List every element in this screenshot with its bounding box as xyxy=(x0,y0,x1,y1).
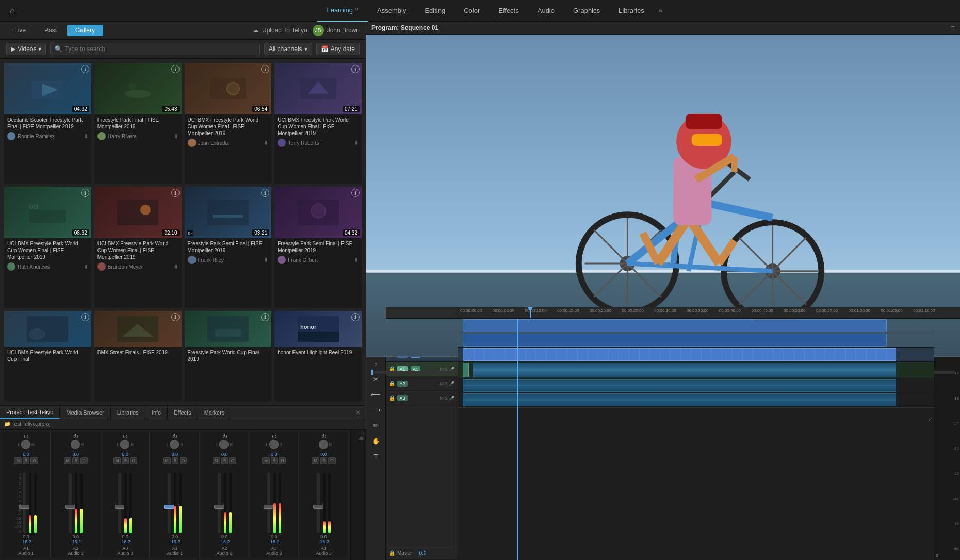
tab-media-browser[interactable]: Media Browser xyxy=(60,406,110,419)
channel-knob[interactable] xyxy=(120,440,129,449)
mute-button[interactable]: M xyxy=(14,457,22,464)
fader-handle[interactable] xyxy=(214,505,224,509)
channel-knob[interactable] xyxy=(21,440,30,449)
mute-button[interactable]: M xyxy=(262,457,270,464)
mute-icon[interactable]: M xyxy=(440,396,444,401)
pen-tool[interactable]: ✏ xyxy=(369,419,383,432)
download-icon[interactable]: ⬇ xyxy=(354,140,359,146)
channel-knob[interactable] xyxy=(170,440,179,449)
mute-button[interactable]: M xyxy=(163,457,171,464)
info-icon[interactable]: ℹ xyxy=(171,65,180,73)
list-item[interactable]: 07:21 ℹ UCI BMX Freestyle Park World Cup… xyxy=(274,63,362,184)
lock-icon[interactable]: 🔒 xyxy=(389,381,395,386)
monitor-menu-icon[interactable]: ≡ xyxy=(951,24,955,32)
fader-handle[interactable] xyxy=(264,505,274,509)
tab-live[interactable]: Live xyxy=(6,25,34,36)
solo-button[interactable]: S xyxy=(320,457,327,464)
nav-item-graphics[interactable]: Graphics xyxy=(564,0,609,22)
list-item[interactable]: 04:32 ℹ Freestyle Park Semi Final | FISE… xyxy=(274,187,362,307)
user-button[interactable]: JB John Brown xyxy=(313,25,360,36)
list-item[interactable]: 03:21 ℹ ▷ Freestyle Park Semi Final | FI… xyxy=(185,187,272,307)
audio-clip-a1[interactable] xyxy=(473,363,896,377)
hand-tool[interactable]: ✋ xyxy=(369,434,383,448)
list-item[interactable]: 02:10 ℹ UCI BMX Freestyle Park World Cup… xyxy=(94,187,182,307)
download-icon[interactable]: ⬇ xyxy=(264,257,268,263)
mute-button[interactable]: M xyxy=(312,457,319,464)
fader-track[interactable] xyxy=(267,473,270,533)
mute-button[interactable]: M xyxy=(113,457,121,464)
download-icon[interactable]: ⬇ xyxy=(264,140,268,146)
slip-tool[interactable]: ⟵ xyxy=(369,388,383,401)
output-button[interactable]: O xyxy=(30,457,38,464)
fader-handle[interactable] xyxy=(19,505,29,509)
fader-handle[interactable] xyxy=(115,505,125,509)
nav-item-libraries[interactable]: Libraries xyxy=(609,0,654,22)
channel-knob[interactable] xyxy=(269,440,279,449)
lock-icon[interactable]: 🔒 xyxy=(389,395,395,401)
download-icon[interactable]: ⬇ xyxy=(174,263,178,270)
nav-item-color[interactable]: Color xyxy=(454,0,489,22)
fader-handle[interactable] xyxy=(65,505,75,509)
fader-track[interactable] xyxy=(168,473,171,533)
info-icon[interactable]: ℹ xyxy=(81,65,89,73)
info-icon[interactable]: ℹ xyxy=(351,65,360,73)
tab-libraries[interactable]: Libraries xyxy=(111,406,145,419)
tab-effects[interactable]: Effects xyxy=(168,406,198,419)
mute-button[interactable]: M xyxy=(64,457,72,464)
slide-tool[interactable]: ⟶ xyxy=(369,403,383,417)
nav-item-audio[interactable]: Audio xyxy=(528,0,564,22)
info-icon[interactable]: ℹ xyxy=(171,313,180,321)
mic-icon[interactable]: 🎤 xyxy=(449,381,454,386)
fader-track[interactable] xyxy=(118,473,121,533)
fader-handle[interactable] xyxy=(164,505,174,509)
info-icon[interactable]: ℹ xyxy=(81,189,89,197)
fader-handle[interactable] xyxy=(313,505,323,509)
tab-past[interactable]: Past xyxy=(36,25,65,36)
download-icon[interactable]: ⬇ xyxy=(174,133,178,140)
output-button[interactable]: O xyxy=(229,457,236,464)
channel-knob[interactable] xyxy=(71,440,80,449)
upload-button[interactable]: ☁ Upload To Teliyo xyxy=(253,27,307,34)
rate-stretch-tool[interactable]: ↕ xyxy=(369,357,383,370)
solo-button[interactable]: S xyxy=(172,457,178,464)
fader-track[interactable] xyxy=(23,473,26,533)
list-item[interactable]: UCI 08:32 ℹ UCI BMX Freestyle Park World… xyxy=(4,187,91,307)
fader-track[interactable] xyxy=(69,473,72,533)
filter-channels-dropdown[interactable]: All channels ▾ xyxy=(264,43,312,55)
fader-track[interactable] xyxy=(218,473,221,533)
nav-more-icon[interactable]: » xyxy=(654,7,668,14)
tab-info[interactable]: Info xyxy=(145,406,168,419)
video-clip-v3[interactable] xyxy=(463,319,886,332)
download-icon[interactable]: ⬇ xyxy=(84,263,88,270)
solo-button[interactable]: S xyxy=(271,457,278,464)
output-button[interactable]: O xyxy=(328,457,335,464)
mic-icon[interactable]: 🎤 xyxy=(449,396,454,401)
solo-button[interactable]: S xyxy=(122,457,128,464)
nav-item-assembly[interactable]: Assembly xyxy=(368,0,415,22)
info-icon[interactable]: ℹ xyxy=(351,313,360,321)
nav-item-learning[interactable]: Learning ⠿ xyxy=(317,0,368,22)
info-icon[interactable]: ℹ xyxy=(261,313,269,321)
info-icon[interactable]: ℹ xyxy=(171,189,180,197)
solo-icon[interactable]: S xyxy=(445,396,448,401)
output-button[interactable]: O xyxy=(279,457,286,464)
mute-icon[interactable]: M xyxy=(440,381,444,386)
lock-icon[interactable]: 🔒 xyxy=(389,550,395,556)
tab-markers[interactable]: Markers xyxy=(198,406,232,419)
expand-icon[interactable]: ⤢ xyxy=(928,416,932,422)
mute-button[interactable]: M xyxy=(213,457,220,464)
audio-clip-a2[interactable] xyxy=(463,379,896,392)
info-icon[interactable]: ℹ xyxy=(81,313,89,321)
list-item[interactable]: honor ℹ honor Event Highlight Reel 2019 xyxy=(274,311,362,401)
type-tool[interactable]: T xyxy=(369,450,383,463)
list-item[interactable]: 04:32 ℹ Occitanie Scooter Freestyle Park… xyxy=(4,63,91,184)
channel-knob[interactable] xyxy=(319,440,328,449)
timeline-ruler[interactable]: 00:00:00:00 00:00:05:00 00:00:10:00 00:0… xyxy=(386,307,960,319)
channel-knob[interactable] xyxy=(219,440,229,449)
search-input[interactable] xyxy=(64,45,255,53)
list-item[interactable]: 06:54 ℹ UCI BMX Freestyle Park World Cup… xyxy=(185,63,272,184)
output-button[interactable]: O xyxy=(180,457,187,464)
tab-gallery[interactable]: Gallery xyxy=(67,25,103,36)
video-clip-v1[interactable] xyxy=(463,348,896,361)
audio-clip-a3[interactable] xyxy=(463,393,896,406)
